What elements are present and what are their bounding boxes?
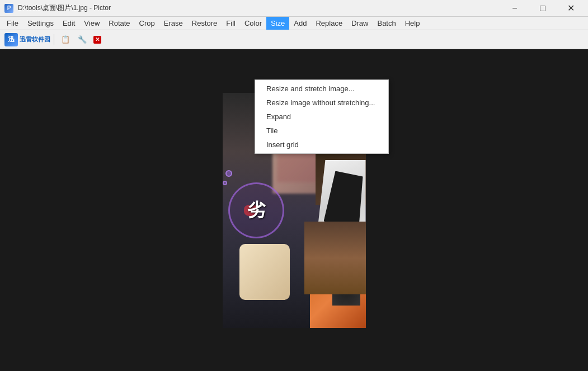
menu-settings[interactable]: Settings [23,17,58,30]
bubble-dot-2 [223,181,227,185]
light-animal [239,244,290,300]
menu-add-label: Add [294,19,307,27]
menu-erase[interactable]: Erase [159,17,187,30]
menu-edit-label: Edit [63,19,75,27]
window-title: D:\tools\桌面\图片\1.jpg - Pictor [18,3,111,13]
menu-help[interactable]: Help [401,17,425,30]
copy-icon: 📋 [61,35,70,44]
resize-no-stretch-label: Resize image without stretching... [266,98,375,107]
menu-tile[interactable]: Tile [255,124,388,138]
insert-grid-label: Insert grid [266,140,299,149]
toolbar-tool-btn[interactable]: 🔧 [74,32,90,47]
app-icon-letter: P [7,5,11,11]
menu-view[interactable]: View [79,17,104,30]
chinese-char: 劣 [247,198,265,223]
tile-label: Tile [266,126,277,135]
resize-stretch-label: Resize and stretch image... [266,84,355,93]
menu-crop[interactable]: Crop [135,17,159,30]
title-bar-left: P D:\tools\桌面\图片\1.jpg - Pictor [4,3,111,13]
toolbar-copy-btn[interactable]: 📋 [58,32,73,47]
menu-rotate[interactable]: Rotate [104,17,134,30]
title-bar: P D:\tools\桌面\图片\1.jpg - Pictor − □ ✕ [0,0,588,17]
menu-rotate-label: Rotate [109,19,130,27]
bubble-dot-1 [225,170,232,177]
menu-insert-grid[interactable]: Insert grid [255,138,388,152]
menu-draw-label: Draw [351,19,368,27]
menu-fill[interactable]: Fill [222,17,240,30]
logo-text: 迅雷软件园 [20,35,50,44]
menu-resize-no-stretch[interactable]: Resize image without stretching... [255,96,388,110]
menu-add[interactable]: Add [289,17,311,30]
speech-bubble: 劣 [228,182,284,238]
menu-resize-stretch[interactable]: Resize and stretch image... [255,82,388,96]
menu-fill-label: Fill [226,19,236,27]
app-icon: P [4,4,13,13]
menu-size-label: Size [271,19,285,27]
size-dropdown-menu: Resize and stretch image... Resize image… [255,79,389,154]
menu-restore[interactable]: Restore [187,17,222,30]
menu-replace-label: Replace [316,19,342,27]
menu-help-label: Help [405,19,420,27]
close-button[interactable]: ✕ [558,0,584,17]
red-x-icon: ✕ [93,36,101,44]
menu-bar: File Settings Edit View Rotate Crop Eras… [0,17,588,30]
menu-view-label: View [84,19,100,27]
menu-color[interactable]: Color [240,17,266,30]
expand-label: Expand [266,112,291,121]
menu-edit[interactable]: Edit [58,17,79,30]
menu-crop-label: Crop [139,19,155,27]
menu-size[interactable]: Size [266,17,289,30]
menu-expand[interactable]: Expand [255,110,388,124]
toolbar-separator-1 [54,34,54,45]
logo-icon: 迅 [4,33,18,46]
menu-settings-label: Settings [27,19,54,27]
menu-file[interactable]: File [2,17,23,30]
menu-draw[interactable]: Draw [347,17,373,30]
toolbar-logo: 迅 迅雷软件园 [4,33,50,46]
animal-lower [304,222,366,294]
menu-erase-label: Erase [164,19,183,27]
window-controls: − □ ✕ [502,0,584,17]
menu-restore-label: Restore [192,19,218,27]
toolbar-extras: ✕ [93,36,101,44]
menu-batch-label: Batch [377,19,396,27]
menu-replace[interactable]: Replace [311,17,347,30]
menu-color-label: Color [244,19,262,27]
main-area: 劣 Resize and stretch image... Resize ima… [0,49,588,371]
toolbar: 迅 迅雷软件园 📋 🔧 ✕ [0,30,588,49]
minimize-button[interactable]: − [502,0,528,17]
tool-icon: 🔧 [78,35,87,44]
maximize-button[interactable]: □ [530,0,556,17]
menu-batch[interactable]: Batch [373,17,400,30]
menu-file-label: File [7,19,18,27]
